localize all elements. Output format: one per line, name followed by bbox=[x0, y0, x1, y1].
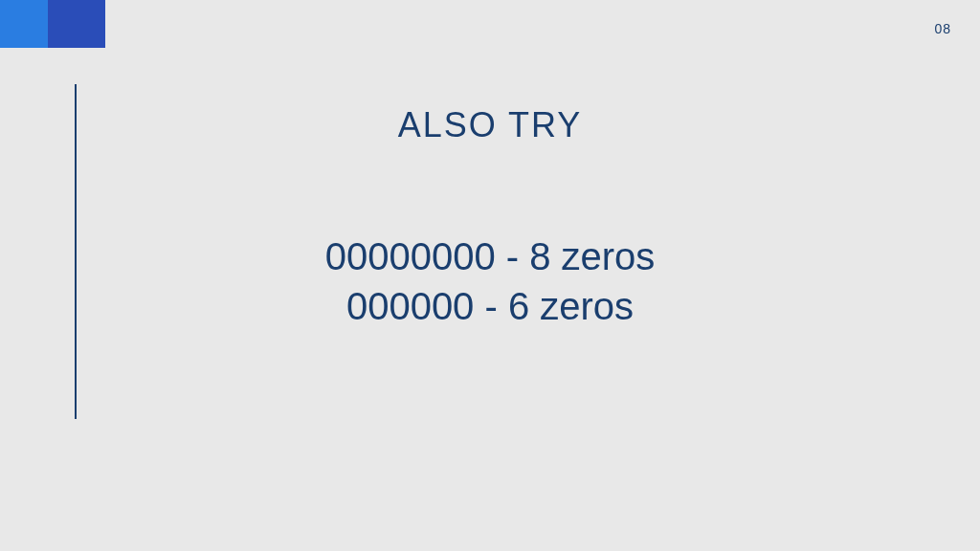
slide-body: 00000000 - 8 zeros 000000 - 6 zeros bbox=[0, 231, 980, 331]
corner-accent bbox=[0, 0, 105, 48]
page-number: 08 bbox=[934, 21, 951, 36]
slide-content: ALSO TRY 00000000 - 8 zeros 000000 - 6 z… bbox=[0, 105, 980, 331]
accent-block-light bbox=[0, 0, 48, 48]
accent-block-dark bbox=[48, 0, 105, 48]
body-line-1: 00000000 - 8 zeros bbox=[0, 231, 980, 281]
slide-title: ALSO TRY bbox=[0, 105, 980, 145]
body-line-2: 000000 - 6 zeros bbox=[0, 281, 980, 331]
